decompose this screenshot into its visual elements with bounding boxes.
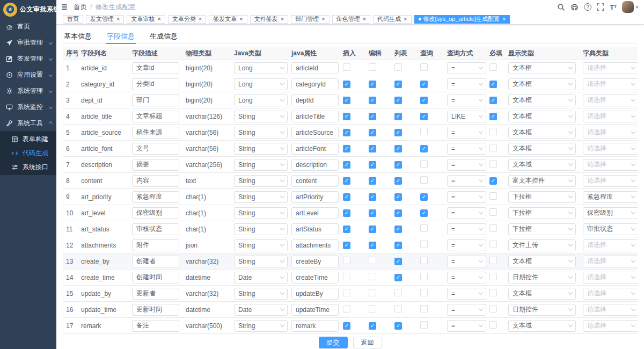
- required-checkbox[interactable]: [489, 305, 497, 312]
- dict-type-select[interactable]: 审批状态: [583, 223, 638, 235]
- java-property-input[interactable]: [291, 304, 339, 316]
- required-checkbox[interactable]: [489, 321, 497, 329]
- query-checkbox[interactable]: [420, 305, 428, 312]
- insert-checkbox[interactable]: [343, 177, 350, 185]
- display-type-select[interactable]: 文件上传: [508, 239, 576, 251]
- display-type-select[interactable]: 文本域: [508, 320, 576, 332]
- query-type-select[interactable]: =: [447, 239, 486, 251]
- java-type-select[interactable]: String: [234, 175, 288, 187]
- field-description-input[interactable]: [132, 94, 179, 106]
- list-checkbox[interactable]: [394, 226, 402, 233]
- sidebar-item-code-gen[interactable]: 代码生成: [0, 146, 56, 160]
- insert-checkbox[interactable]: [343, 305, 350, 312]
- tag-item-3[interactable]: 文章分类×: [168, 15, 206, 24]
- dict-type-select[interactable]: 请选择: [583, 320, 638, 332]
- tag-item-5[interactable]: 文件签发×: [250, 15, 288, 24]
- query-checkbox[interactable]: [420, 273, 428, 280]
- java-property-input[interactable]: [291, 143, 339, 155]
- query-type-select[interactable]: =: [447, 207, 486, 219]
- tab-2[interactable]: 生成信息: [149, 29, 179, 43]
- query-checkbox[interactable]: [420, 289, 428, 296]
- required-checkbox[interactable]: [489, 273, 497, 280]
- display-type-select[interactable]: 文本框: [508, 78, 576, 90]
- edit-checkbox[interactable]: [369, 63, 376, 71]
- back-button[interactable]: 返回: [353, 337, 382, 348]
- insert-checkbox[interactable]: [343, 209, 350, 217]
- insert-checkbox[interactable]: [343, 289, 350, 296]
- edit-checkbox[interactable]: [369, 242, 376, 249]
- java-type-select[interactable]: String: [234, 207, 288, 219]
- java-property-input[interactable]: [291, 62, 339, 74]
- dict-type-select[interactable]: 请选择: [583, 288, 638, 300]
- sidebar-item-app-settings[interactable]: 应用设置: [0, 67, 56, 83]
- edit-checkbox[interactable]: [369, 209, 376, 217]
- query-type-select[interactable]: =: [447, 127, 486, 139]
- required-checkbox[interactable]: [489, 81, 497, 88]
- required-checkbox[interactable]: [489, 144, 497, 151]
- java-property-input[interactable]: [291, 191, 339, 203]
- close-icon[interactable]: ×: [239, 16, 243, 22]
- java-property-input[interactable]: [291, 159, 339, 171]
- hamburger-icon[interactable]: [61, 3, 68, 11]
- java-type-select[interactable]: String: [234, 127, 288, 139]
- sidebar-item-system-tools[interactable]: 系统工具: [0, 115, 56, 131]
- query-type-select[interactable]: =: [447, 304, 486, 316]
- edit-checkbox[interactable]: [369, 113, 376, 120]
- required-checkbox[interactable]: [489, 63, 497, 71]
- edit-checkbox[interactable]: [369, 145, 376, 152]
- field-description-input[interactable]: [132, 78, 179, 90]
- close-icon[interactable]: ×: [321, 16, 325, 22]
- insert-checkbox[interactable]: [343, 81, 350, 88]
- edit-checkbox[interactable]: [369, 322, 376, 330]
- dict-type-select[interactable]: 请选择: [583, 127, 638, 139]
- field-description-input[interactable]: [132, 239, 179, 251]
- query-checkbox[interactable]: [420, 241, 428, 248]
- required-checkbox[interactable]: [489, 224, 497, 232]
- query-checkbox[interactable]: [420, 97, 428, 104]
- java-type-select[interactable]: Long: [234, 62, 288, 74]
- java-type-select[interactable]: String: [234, 288, 288, 300]
- insert-checkbox[interactable]: [343, 257, 350, 264]
- java-property-input[interactable]: [291, 272, 339, 283]
- display-type-select[interactable]: 文本框: [508, 288, 576, 300]
- dict-type-select[interactable]: 请选择: [583, 94, 638, 106]
- java-type-select[interactable]: Long: [234, 94, 288, 106]
- fullscreen-icon[interactable]: [597, 3, 604, 11]
- close-icon[interactable]: ×: [404, 16, 407, 22]
- edit-checkbox[interactable]: [369, 289, 376, 296]
- java-property-input[interactable]: [291, 175, 339, 187]
- field-description-input[interactable]: [132, 272, 179, 283]
- field-description-input[interactable]: [132, 288, 179, 300]
- breadcrumb-home[interactable]: 首页: [74, 3, 87, 12]
- java-type-select[interactable]: String: [234, 191, 288, 203]
- close-icon[interactable]: ×: [116, 16, 120, 22]
- field-description-input[interactable]: [132, 191, 179, 203]
- dict-type-select[interactable]: 请选择: [583, 272, 638, 283]
- required-checkbox[interactable]: [489, 160, 497, 168]
- query-type-select[interactable]: =: [447, 62, 486, 74]
- edit-checkbox[interactable]: [369, 177, 376, 185]
- tag-item-6[interactable]: 部门管理×: [291, 15, 329, 24]
- display-type-select[interactable]: 文本框: [508, 127, 576, 139]
- close-icon[interactable]: ×: [281, 16, 284, 22]
- insert-checkbox[interactable]: [343, 226, 350, 233]
- display-type-select[interactable]: 下拉框: [508, 191, 576, 203]
- required-checkbox[interactable]: [489, 289, 497, 296]
- close-icon[interactable]: ×: [157, 16, 160, 22]
- required-checkbox[interactable]: [489, 128, 497, 135]
- insert-checkbox[interactable]: [343, 193, 350, 201]
- display-type-select[interactable]: 下拉框: [508, 207, 576, 219]
- required-checkbox[interactable]: [489, 177, 497, 185]
- list-checkbox[interactable]: [394, 274, 402, 281]
- tag-item-4[interactable]: 签发文章×: [209, 15, 247, 24]
- java-property-input[interactable]: [291, 320, 339, 332]
- tag-item-1[interactable]: 发文管理×: [86, 15, 124, 24]
- query-checkbox[interactable]: [420, 209, 428, 217]
- field-description-input[interactable]: [132, 175, 179, 187]
- query-checkbox[interactable]: [420, 113, 428, 120]
- tag-item-0[interactable]: 首页: [63, 15, 83, 24]
- field-description-input[interactable]: [132, 127, 179, 139]
- query-checkbox[interactable]: [420, 321, 428, 329]
- dict-type-select[interactable]: 请选择: [583, 239, 638, 251]
- list-checkbox[interactable]: [394, 177, 402, 185]
